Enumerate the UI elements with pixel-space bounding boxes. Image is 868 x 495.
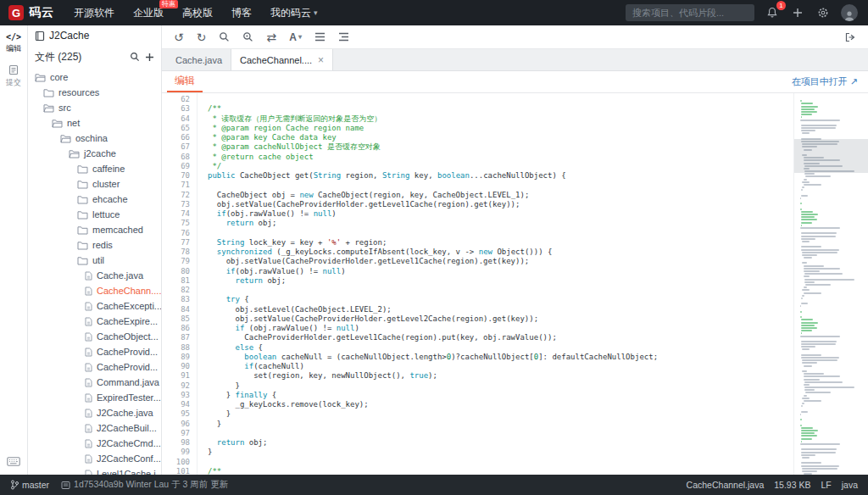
- open-in-project-link[interactable]: 在项目中打开 ↗: [792, 75, 858, 88]
- nav-item[interactable]: 企业版特惠: [124, 0, 173, 25]
- keyboard-icon: [7, 457, 20, 466]
- file-tree: coreresourcessrcnetoschinaj2cachecaffein…: [28, 68, 161, 475]
- files-count-label: 文件 (225): [35, 50, 81, 64]
- code-line: }: [208, 448, 793, 457]
- user-avatar[interactable]: [841, 4, 858, 21]
- settings-button[interactable]: [815, 5, 831, 20]
- tree-file-CacheProvid---[interactable]: CacheProvid...: [28, 359, 161, 375]
- tree-folder-resources[interactable]: resources: [28, 85, 161, 100]
- tree-file-J2Cache-java[interactable]: J2Cache.java: [28, 405, 161, 420]
- tree-file-CacheExcepti---[interactable]: CacheExcepti...: [28, 298, 161, 314]
- export-icon: [845, 32, 856, 42]
- tree-folder-memcached[interactable]: memcached: [28, 222, 161, 237]
- tree-file-CacheObject---[interactable]: CacheObject...: [28, 329, 161, 344]
- person-icon: [843, 10, 855, 21]
- tree-folder-core[interactable]: core: [28, 70, 161, 85]
- last-commit[interactable]: 1d75340a9b Winter Lau 于 3 周前 更新: [61, 479, 228, 491]
- code-line: [208, 229, 793, 238]
- export-button[interactable]: [845, 32, 856, 42]
- undo-button[interactable]: ↺: [174, 31, 184, 43]
- tree-file-J2CacheCmd---[interactable]: J2CacheCmd...: [28, 436, 161, 451]
- activity-commit[interactable]: 提交: [6, 64, 21, 88]
- code-line: [208, 429, 793, 438]
- file-search-icon[interactable]: [130, 52, 140, 62]
- statusbar-eol[interactable]: LF: [821, 480, 831, 490]
- tree-file-Cache-java[interactable]: Cache.java: [28, 268, 161, 283]
- code-line: /**: [208, 104, 793, 114]
- folder-icon: [52, 119, 63, 128]
- gitee-logo[interactable]: G 码云: [0, 5, 64, 20]
- activity-edit[interactable]: </> 编辑: [6, 32, 21, 54]
- notifications-button[interactable]: 1: [765, 5, 780, 20]
- editor-toolbar: ↺ ↻ ⇄ A▾: [162, 25, 868, 49]
- code-line: * @param key Cache data key: [208, 133, 793, 142]
- tree-file-CacheChann----[interactable]: CacheChann....: [28, 283, 161, 298]
- editor-tab[interactable]: CacheChannel....×: [231, 49, 333, 70]
- minimap[interactable]: [793, 93, 868, 475]
- code-line: obj.setValue(CacheProviderHolder.getLeve…: [208, 257, 793, 266]
- font-icon: A: [289, 32, 297, 42]
- global-search-input[interactable]: [626, 4, 754, 21]
- status-bar: master 1d75340a9b Winter Lau 于 3 周前 更新 C…: [0, 475, 868, 495]
- tree-folder-util[interactable]: util: [28, 253, 161, 268]
- search-button[interactable]: [219, 31, 230, 42]
- tree-folder-ehcache[interactable]: ehcache: [28, 192, 161, 207]
- compare-button[interactable]: ⇄: [266, 31, 276, 43]
- new-file-icon[interactable]: [145, 53, 154, 62]
- code-line: }: [208, 381, 793, 391]
- tree-file-Level1Cache-j---[interactable]: Level1Cache.j...: [28, 466, 161, 475]
- nav-item[interactable]: 博客: [222, 0, 261, 25]
- code-line: obj.setValue(CacheProviderHolder.getLeve…: [208, 200, 793, 209]
- create-new-button[interactable]: [790, 5, 805, 20]
- close-tab-icon[interactable]: ×: [318, 54, 324, 66]
- tree-file-CacheProvid---[interactable]: CacheProvid...: [28, 344, 161, 359]
- tree-file-Command-java[interactable]: Command.java: [28, 375, 161, 390]
- find-replace-button[interactable]: [242, 31, 253, 42]
- branch-name: master: [22, 480, 49, 490]
- external-link-icon: ↗: [850, 76, 858, 87]
- code-content[interactable]: /** * 读取缓存（用户无需判断返回的对象是否为空） * @param reg…: [198, 93, 793, 475]
- tree-file-ExpiredTester---[interactable]: ExpiredTester...: [28, 390, 161, 405]
- tree-file-J2CacheBuil---[interactable]: J2CacheBuil...: [28, 420, 161, 436]
- tree-folder-oschina[interactable]: oschina: [28, 131, 161, 146]
- font-settings-button[interactable]: A▾: [289, 32, 302, 42]
- branch-indicator[interactable]: master: [10, 480, 49, 490]
- keyboard-shortcuts-button[interactable]: [0, 457, 27, 466]
- outline-button[interactable]: [314, 32, 326, 42]
- statusbar-filename: CacheChannel.java: [687, 480, 765, 490]
- nav-item[interactable]: 高校版: [173, 0, 222, 25]
- code-line: CacheObject obj = new CacheObject(region…: [208, 191, 793, 200]
- statusbar-language[interactable]: java: [842, 480, 858, 490]
- top-navbar: G 码云 开源软件企业版特惠高校版博客我的码云▾ 1: [0, 0, 868, 25]
- tree-file-J2CacheConf---[interactable]: J2CacheConf...: [28, 451, 161, 466]
- nav-item[interactable]: 开源软件: [64, 0, 124, 25]
- tree-folder-src[interactable]: src: [28, 100, 161, 115]
- tree-folder-cluster[interactable]: cluster: [28, 176, 161, 192]
- tab-edit-mode[interactable]: 编辑: [167, 71, 203, 92]
- file-icon: [85, 393, 92, 403]
- minimap-viewport[interactable]: [794, 139, 868, 173]
- tree-folder-caffeine[interactable]: caffeine: [28, 161, 161, 176]
- activity-commit-label: 提交: [6, 77, 21, 88]
- code-line: * 读取缓存（用户无需判断返回的对象是否为空）: [208, 114, 793, 124]
- code-line: CacheProviderHolder.getLevel1Cache(regio…: [208, 333, 793, 342]
- commit-icon: [61, 481, 70, 490]
- code-icon: </>: [6, 32, 21, 42]
- redo-button[interactable]: ↻: [197, 31, 207, 43]
- code-line: * @param cacheNullObject 是否缓存空对象: [208, 142, 793, 152]
- tree-folder-redis[interactable]: redis: [28, 237, 161, 253]
- line-numbers: 6263646566676869707172737475767778798081…: [162, 93, 198, 475]
- gitee-web-ide: G 码云 开源软件企业版特惠高校版博客我的码云▾ 1 </>: [0, 0, 868, 495]
- project-name: J2Cache: [49, 30, 89, 42]
- file-icon: [85, 424, 92, 433]
- nav-item[interactable]: 我的码云▾: [261, 0, 327, 25]
- editor-pane: ↺ ↻ ⇄ A▾: [162, 25, 868, 475]
- gitee-logo-mark: G: [8, 5, 24, 20]
- tree-folder-j2cache[interactable]: j2cache: [28, 146, 161, 161]
- format-button[interactable]: [338, 32, 349, 42]
- editor-tab[interactable]: Cache.java: [167, 49, 231, 70]
- tree-folder-net[interactable]: net: [28, 115, 161, 131]
- code-line: if(obj.rawValue() != null): [208, 209, 793, 219]
- tree-folder-lettuce[interactable]: lettuce: [28, 207, 161, 222]
- tree-file-CacheExpire---[interactable]: CacheExpire...: [28, 314, 161, 329]
